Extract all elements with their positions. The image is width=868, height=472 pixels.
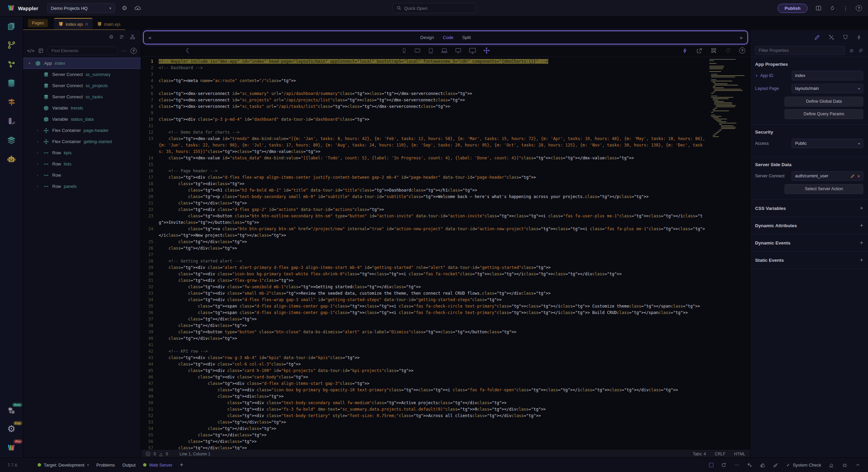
filter-menu-icon[interactable]: [849, 48, 854, 53]
collapse-right-icon[interactable]: »: [735, 35, 747, 40]
add-icon[interactable]: +: [860, 257, 863, 263]
tree-item-flex-container-getting-started[interactable]: ›Flex Containergetting-started: [23, 136, 141, 147]
code-line[interactable]: 18 class="tg"><divclass="tg">>: [141, 181, 750, 187]
tree-item-row-panels[interactable]: ›Rowpanels: [23, 181, 141, 192]
rail-ai-assistant-icon[interactable]: [6, 154, 17, 164]
define-query-params-button[interactable]: Define Query Params: [785, 109, 863, 119]
code-line[interactable]: 30 class="tg"><div class="icon-box bg-pr…: [141, 271, 750, 277]
structure-view-icon[interactable]: [38, 48, 44, 54]
code-line[interactable]: 46 class="tg"><div class="card-body"clas…: [141, 374, 750, 380]
code-line[interactable]: 12 <!-- Demo data for charts -->: [141, 129, 750, 136]
thumbs-up-icon[interactable]: [760, 462, 766, 468]
tree-item-flex-container-page-header[interactable]: ›Flex Containerpage-header: [23, 125, 141, 136]
code-line[interactable]: 23 class="tg"><button class="btn btn-out…: [141, 213, 750, 226]
publish-button[interactable]: Publish: [777, 4, 808, 13]
tab-index-ejs[interactable]: index.ejs: [54, 18, 92, 29]
code-line[interactable]: 15: [141, 161, 750, 168]
css-shield-icon[interactable]: [843, 34, 848, 40]
events-bolt-icon[interactable]: [856, 35, 862, 40]
code-editor[interactable]: 1<!-- Wappler include is="dmx-app" id="i…: [141, 57, 750, 450]
desktop-large-icon[interactable]: [469, 47, 476, 55]
code-line[interactable]: 55 class="tg"></divclass="tg">>: [141, 432, 750, 438]
code-line[interactable]: 5: [141, 84, 750, 91]
structure-help-icon[interactable]: ?: [131, 48, 137, 54]
theme-drop-icon[interactable]: [829, 5, 835, 11]
pin-icon[interactable]: [858, 48, 863, 53]
code-line[interactable]: 24 class="tg"><a class="btn btn-primary …: [141, 226, 750, 239]
code-line[interactable]: 17 class="tg"><div class="d-flex flex-wr…: [141, 174, 750, 181]
code-line[interactable]: 38 class="tg"></divclass="tg">>: [141, 322, 750, 329]
code-line[interactable]: 36 class="tg"><span class="d-flex align-…: [141, 310, 750, 316]
web-server-button[interactable]: Web Server: [143, 463, 172, 468]
collapse-left-icon[interactable]: «: [144, 35, 156, 40]
design-mode-button[interactable]: Design: [420, 35, 434, 40]
project-selector[interactable]: Demo Projects HQ ▾: [47, 3, 115, 13]
add-icon[interactable]: +: [860, 239, 863, 246]
code-line[interactable]: 37 class="tg"></divclass="tg">>: [141, 316, 750, 322]
code-line[interactable]: 45 class="tg"><div class="card h-100" id…: [141, 368, 750, 374]
eraser-icon[interactable]: [829, 462, 834, 468]
help-icon[interactable]: ?: [856, 5, 862, 11]
tree-chevron-icon[interactable]: ›: [35, 151, 40, 155]
split-view-icon[interactable]: [815, 5, 822, 12]
rail-git-icon[interactable]: [6, 40, 17, 51]
code-mode-button[interactable]: Code: [443, 35, 453, 40]
edit-mode-icon[interactable]: [814, 34, 820, 40]
cloud-download-icon[interactable]: [134, 4, 141, 12]
app-id-input[interactable]: index: [792, 71, 863, 80]
code-line[interactable]: 33 class="tg"><div class="small mb-2"cla…: [141, 290, 750, 297]
code-line[interactable]: 9: [141, 110, 750, 116]
broom-icon[interactable]: [773, 462, 779, 468]
code-line[interactable]: 21 class="tg"></divclass="tg">>: [141, 200, 750, 206]
code-line[interactable]: 48 class="tg"><div class="icon-box bg-pr…: [141, 387, 750, 393]
structure-flow-icon[interactable]: [130, 34, 135, 40]
split-mode-button[interactable]: Split: [462, 35, 471, 40]
tree-chevron-icon[interactable]: ›: [35, 184, 40, 188]
code-line[interactable]: 19 class="tg"><h1 class="h3 fw-bold mb-1…: [141, 187, 750, 194]
tree-item-row[interactable]: ›Row: [23, 170, 141, 181]
system-check-button[interactable]: ✓ System Check: [786, 463, 821, 468]
tree-item-variable-status-data[interactable]: Variablestatus_data: [23, 114, 141, 125]
tree-chevron-icon[interactable]: ›: [35, 140, 40, 143]
find-elements-input[interactable]: [47, 46, 118, 55]
tab-size[interactable]: Tabs: 4: [693, 452, 706, 456]
layout-page-select[interactable]: layouts/main▾: [792, 84, 863, 93]
quick-open-button[interactable]: Quick Open: [392, 3, 476, 13]
code-line[interactable]: 42 <!-- KPI row -->: [141, 348, 750, 355]
structure-settings-icon[interactable]: ⚙: [109, 34, 114, 40]
code-line[interactable]: 57 class="tg"></divclass="tg">>: [141, 445, 750, 450]
dark-mode-icon[interactable]: ☾: [186, 47, 192, 55]
code-line[interactable]: 35 class="tg"><span class="d-flex align-…: [141, 303, 750, 310]
tree-item-row-kpis[interactable]: ›Rowkpis: [23, 147, 141, 158]
code-line[interactable]: 29 class="tg"><div class="alert alert-pr…: [141, 264, 750, 271]
code-line[interactable]: 49 class="tg"><divclass="tg">>: [141, 393, 750, 400]
rail-experimental-icon[interactable]: ⚙ Exp: [6, 424, 17, 434]
code-line[interactable]: 51 class="tg"><div class="fs-3 fw-bold" …: [141, 406, 750, 413]
structure-list-icon[interactable]: [119, 34, 124, 40]
code-line[interactable]: 56 class="tg"></divclass="tg">>: [141, 438, 750, 445]
dynamic-data-bolt-icon[interactable]: [682, 48, 688, 54]
tree-chevron-icon[interactable]: ▾: [27, 61, 32, 65]
remove-icon[interactable]: ×: [857, 174, 860, 179]
rail-database-icon[interactable]: [6, 78, 17, 88]
code-line[interactable]: 26 class="tg"></divclass="tg">>: [141, 245, 750, 252]
code-line[interactable]: 20 class="tg"><p class="text-body-second…: [141, 194, 750, 200]
code-line[interactable]: 31 class="tg"><div class="flex-grow-1"cl…: [141, 277, 750, 284]
code-line[interactable]: 3: [141, 71, 750, 78]
tree-item-variable-trends[interactable]: Variabletrends: [23, 102, 141, 114]
code-line[interactable]: 13 class="tg"><dmx-value id="trends" dmx…: [141, 136, 750, 155]
rail-design-icon[interactable]: [6, 116, 17, 126]
tab-main-ejs[interactable]: main.ejs: [93, 18, 125, 29]
tree-chevron-icon[interactable]: ›: [35, 173, 40, 177]
sparkles-icon[interactable]: [747, 462, 752, 468]
code-line[interactable]: 22 class="tg"><div class="d-flex gap-2" …: [141, 206, 750, 213]
tablet-portrait-icon[interactable]: [428, 47, 434, 54]
pages-button[interactable]: Pages: [28, 19, 48, 27]
code-line[interactable]: 4class="tg"><meta name="ac:route" conten…: [141, 78, 750, 84]
refresh-icon[interactable]: [725, 47, 731, 54]
tree-item-server-connect-sc-tasks[interactable]: Server Connectsc_tasks: [23, 91, 141, 102]
code-line[interactable]: 28 <!-- Getting started alert -->: [141, 258, 750, 264]
code-line[interactable]: 39 class="tg"><button type="button" clas…: [141, 329, 750, 335]
code-line[interactable]: 40 class="tg"></divclass="tg">>: [141, 335, 750, 342]
target-selector[interactable]: Target: Development ▾: [38, 463, 89, 468]
